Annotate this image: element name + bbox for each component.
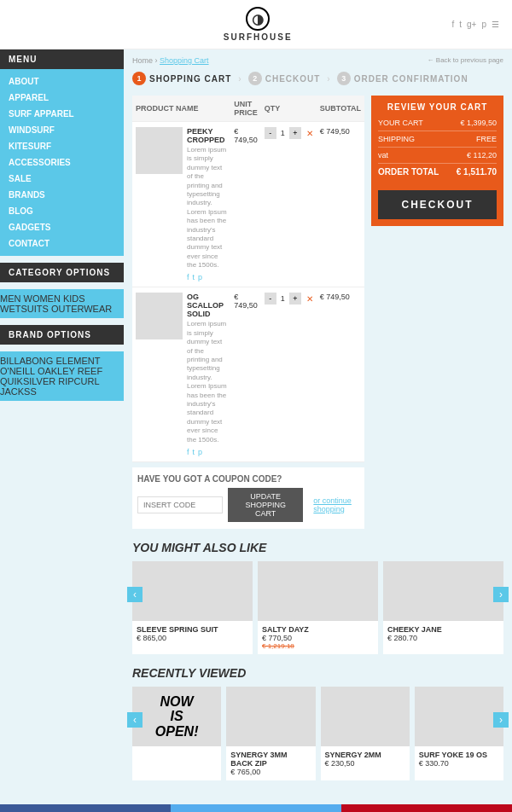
pinterest-icon[interactable]: p <box>481 20 486 29</box>
recently-card-3: SYNERGY 2MM € 230,50 <box>321 687 410 780</box>
cart-section: PRODUCT NAME UNIT PRICE QTY SUBTOTAL <box>132 96 364 529</box>
remove-item-btn[interactable]: ✕ <box>306 294 313 304</box>
product-2-image <box>136 293 183 339</box>
share-tw-icon[interactable]: t <box>193 273 195 281</box>
sidebar-item-surf-apparel[interactable]: SURF APPAREL <box>0 106 124 122</box>
recently-card-4-info: SURF YOKE 19 OS € 330.70 <box>415 746 503 772</box>
sidebar-item-accessories[interactable]: ACCESSORIES <box>0 154 124 171</box>
sidebar-item-kitesurf[interactable]: KITESURF <box>0 138 124 154</box>
review-section: REVIEW YOUR CART YOUR CART € 1,399,50 SH… <box>371 96 503 529</box>
main-layout: MENU ABOUT APPAREL SURF APPAREL WINDSURF… <box>0 49 512 787</box>
review-shipping-row: SHIPPING FREE <box>378 135 497 148</box>
share-fb-icon[interactable]: f <box>187 273 189 281</box>
recently-prev-btn[interactable]: ‹ <box>127 712 143 728</box>
review-shipping-label: SHIPPING <box>378 135 415 143</box>
product-2-qty-control: - 1 + ✕ <box>265 293 313 304</box>
coupon-title: HAVE YOU GOT A COUPON CODE? <box>137 474 359 484</box>
checkout-button[interactable]: CHECKOUT <box>378 190 497 219</box>
product-card-3-price: € 280.70 <box>387 634 499 642</box>
coupon-input[interactable] <box>137 496 223 513</box>
sidebar-brand-reef[interactable]: REEF <box>78 366 102 376</box>
sidebar-cat-wetsuits[interactable]: WETSUITS <box>0 304 49 314</box>
sidebar-brand-jackss[interactable]: JACKSS <box>0 386 37 397</box>
share-fb-icon[interactable]: f <box>187 448 189 456</box>
product-card-2-price: € 770,50 <box>262 634 374 642</box>
recently-next-btn[interactable]: › <box>493 712 509 728</box>
remove-item-btn[interactable]: ✕ <box>306 129 313 138</box>
also-like-prev-btn[interactable]: ‹ <box>127 587 143 602</box>
facebook-icon[interactable]: f <box>451 20 454 29</box>
step-2: 2 CHECKOUT <box>248 72 321 85</box>
sidebar-brand-quiksilver[interactable]: QUIKSILVER <box>0 376 55 386</box>
product-card-2-image <box>258 561 378 621</box>
sidebar-cat-women[interactable]: WOMEN <box>24 293 61 304</box>
review-vat-val: € 112,20 <box>467 151 497 160</box>
share-tw-icon[interactable]: t <box>193 448 195 456</box>
col-product: PRODUCT NAME <box>132 96 230 122</box>
now-open-text: NOWISOPEN! <box>155 694 199 740</box>
social-bar: f 🐦 P <box>0 804 512 812</box>
sidebar-item-brands[interactable]: BRANDS <box>0 187 124 203</box>
breadcrumb-current: Shopping Cart <box>160 56 209 65</box>
product-card-1: SLEEVE SPRING SUIT € 865,00 <box>132 561 253 654</box>
sidebar-item-about[interactable]: ABOUT <box>0 73 124 90</box>
sidebar-cat-outerwear[interactable]: OUTERWEAR <box>51 304 112 314</box>
col-price: UNIT PRICE <box>230 96 261 122</box>
qty-decrease-btn[interactable]: - <box>265 293 276 304</box>
sidebar-brand-ripcurl[interactable]: RIPCURL <box>58 376 99 386</box>
sidebar-category-section: CATEGORY OPTIONS MEN WOMEN KIDS WETSUITS… <box>0 263 124 318</box>
sidebar-item-apparel[interactable]: APPAREL <box>0 90 124 106</box>
logo: ◑ SURFHOUSE <box>224 7 293 42</box>
sidebar-brand-element[interactable]: ELEMENT <box>55 356 100 366</box>
product-card-1-info: SLEEVE SPRING SUIT € 865,00 <box>132 621 253 647</box>
recently-card-2-image <box>226 687 315 746</box>
qty-increase-btn[interactable]: + <box>289 127 301 139</box>
google-icon[interactable]: g+ <box>467 20 476 29</box>
recently-card-2-info: SYNERGY 3MM BACK ZIP € 765,00 <box>226 746 315 780</box>
sidebar-cat-men[interactable]: MEN <box>0 293 20 304</box>
also-like-next-btn[interactable]: › <box>493 587 509 602</box>
sidebar-brand-title: BRAND OPTIONS <box>0 325 124 345</box>
qty-increase-btn[interactable]: + <box>289 293 301 304</box>
also-like-products-row: SLEEVE SPRING SUIT € 865,00 SALTY DAYZ €… <box>132 561 503 654</box>
product-2-social: f t p <box>187 448 227 456</box>
product-2-info: OG SCALLOP SOLID Lorem ipsum is simply d… <box>136 293 227 455</box>
facebook-social-btn[interactable]: f <box>0 804 171 812</box>
back-link[interactable]: ← Back to previous page <box>428 56 503 65</box>
sidebar-brand-oakley[interactable]: OAKLEY <box>38 366 75 376</box>
product-card-3: CHEEKY JANE € 280.70 <box>383 561 503 654</box>
header-social-icons: f t g+ p ☰ <box>451 20 499 29</box>
qty-decrease-btn[interactable]: - <box>265 127 276 139</box>
rss-icon[interactable]: ☰ <box>492 20 499 29</box>
product-card-2-old-price: € 1,219.18 <box>262 642 374 650</box>
share-pi-icon[interactable]: p <box>198 273 202 281</box>
review-cart-val: € 1,399,50 <box>460 119 497 127</box>
sidebar-brand-billabong[interactable]: BILLABONG <box>0 356 53 366</box>
sidebar-item-windsurf[interactable]: WINDSURF <box>0 122 124 138</box>
sidebar-item-sale[interactable]: SALE <box>0 171 124 187</box>
review-shipping-val: FREE <box>476 135 497 143</box>
recently-card-3-info: SYNERGY 2MM € 230,50 <box>321 746 410 772</box>
step-1: 1 SHOPPING CART <box>132 72 231 85</box>
breadcrumb-home[interactable]: Home <box>132 56 153 65</box>
product-card-3-info: CHEEKY JANE € 280.70 <box>383 621 503 647</box>
product-card-3-image <box>383 561 503 621</box>
continue-shopping-link[interactable]: or continue shopping <box>313 496 359 513</box>
sidebar-item-gadgets[interactable]: GADGETS <box>0 219 124 235</box>
twitter-social-btn[interactable]: 🐦 <box>171 804 341 812</box>
sidebar-brand-oneill[interactable]: O'NEILL <box>0 366 35 376</box>
sidebar-item-blog[interactable]: BLOG <box>0 203 124 219</box>
checkout-steps: 1 SHOPPING CART › 2 CHECKOUT › 3 ORDER C… <box>132 72 503 85</box>
share-pi-icon[interactable]: p <box>198 448 202 456</box>
product-1-info: PEEKY CROPPED Lorem ipsum is simply dumm… <box>136 127 227 281</box>
sidebar-item-contact[interactable]: CONTACT <box>0 235 124 252</box>
review-total-val: € 1,511.70 <box>457 167 497 177</box>
recently-card-1: NOWISOPEN! <box>132 687 221 780</box>
sidebar-cat-kids[interactable]: KIDS <box>63 293 85 304</box>
pinterest-social-btn[interactable]: P <box>341 804 512 812</box>
update-cart-btn[interactable]: UPDATE SHOPPING CART <box>228 488 303 522</box>
recently-viewed-section: RECENTLY VIEWED ‹ NOWISOPEN! SYNERGY 3MM… <box>132 666 503 780</box>
sidebar-brand-section: BRAND OPTIONS BILLABONG ELEMENT O'NEILL … <box>0 325 124 401</box>
twitter-icon[interactable]: t <box>459 20 462 29</box>
product-1-details: PEEKY CROPPED Lorem ipsum is simply dumm… <box>187 127 227 281</box>
